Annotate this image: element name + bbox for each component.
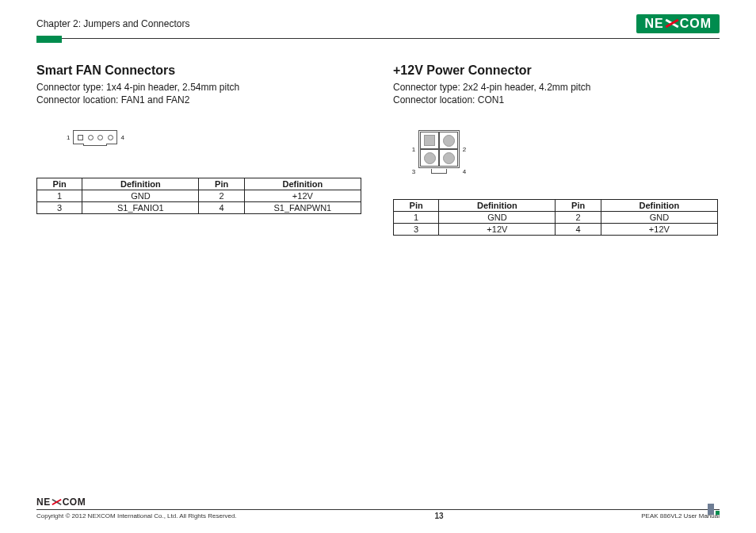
fan-cell: 4 (199, 202, 244, 214)
power-cell-icon (420, 132, 439, 149)
power-cell: 1 (394, 212, 439, 224)
copyright-text: Copyright © 2012 NEXCOM International Co… (36, 512, 237, 520)
power-connector-location: Connector location: CON1 (393, 94, 718, 106)
fan-cell: 1 (37, 190, 82, 202)
power-pin-table: Pin Definition Pin Definition 1 GND 2 GN… (393, 199, 718, 236)
fan-pin-table: Pin Definition Pin Definition 1 GND 2 +1… (36, 178, 361, 214)
power-cell: GND (439, 212, 556, 224)
fan-cell: S1_FANPWN1 (244, 202, 361, 214)
fan-th-def-a: Definition (82, 178, 199, 190)
power-th-pin-a: Pin (394, 200, 439, 212)
table-row: 3 +12V 4 +12V (394, 224, 718, 236)
chapter-title: Chapter 2: Jumpers and Connectors (36, 18, 189, 29)
section-title-fan: Smart FAN Connectors (36, 63, 361, 78)
table-row: 1 GND 2 GND (394, 212, 718, 224)
logo-x-icon (665, 18, 679, 29)
table-row: 1 GND 2 +12V (37, 190, 361, 202)
footer-logo-x-icon (52, 498, 62, 506)
fan-cell: S1_FANIO1 (82, 202, 199, 214)
section-title-power: +12V Power Connector (393, 63, 718, 78)
table-row: 3 S1_FANIO1 4 S1_FANPWN1 (37, 202, 361, 214)
fan-pin4-label: 4 (120, 134, 124, 141)
footer-logo-ne: NE (36, 497, 51, 508)
fan-body-icon (73, 130, 117, 144)
power-notch-icon (431, 169, 447, 174)
power-pin2-label: 2 (460, 146, 469, 153)
nexcom-logo: NE COM (636, 14, 720, 33)
footer-accent-icon (708, 504, 720, 515)
footer-nexcom-logo: NE COM (36, 497, 720, 508)
fan-connector-type: Connector type: 1x4 4-pin header, 2.54mm… (36, 81, 361, 94)
power-th-pin-b: Pin (556, 200, 601, 212)
fan-cell: 3 (37, 202, 82, 214)
fan-cell: GND (82, 190, 199, 202)
accent-bar (36, 36, 62, 43)
footer-rule (36, 509, 720, 510)
power-cell-icon (439, 149, 458, 167)
fan-th-pin-a: Pin (37, 178, 82, 190)
fan-th-pin-b: Pin (199, 178, 244, 190)
power-connector-type: Connector type: 2x2 4-pin header, 4.2mm … (393, 81, 718, 94)
power-pin1-label: 1 (409, 146, 418, 153)
power-cell: 3 (394, 224, 439, 236)
power-cell-icon (439, 132, 458, 149)
power-cell: 4 (556, 224, 601, 236)
power-pin4-label: 4 (460, 168, 469, 175)
power-pin3-label: 3 (409, 168, 418, 175)
power-cell-icon (420, 149, 439, 167)
power-th-def-b: Definition (601, 200, 717, 212)
fan-connector-location: Connector location: FAN1 and FAN2 (36, 94, 361, 106)
fan-th-def-b: Definition (244, 178, 361, 190)
fan-pin1-label: 1 (67, 134, 70, 141)
logo-com: COM (680, 17, 712, 31)
power-cell: +12V (601, 224, 717, 236)
power-cell: GND (601, 212, 717, 224)
section-smart-fan: Smart FAN Connectors Connector type: 1x4… (36, 63, 361, 236)
header-rule (36, 38, 720, 39)
section-12v-power: +12V Power Connector Connector type: 2x2… (393, 63, 718, 236)
power-th-def-a: Definition (439, 200, 556, 212)
footer-logo-com: COM (63, 497, 86, 508)
power-cell: +12V (439, 224, 556, 236)
fan-cell: 2 (199, 190, 244, 202)
fan-connector-diagram: 1 4 (67, 130, 361, 144)
fan-cell: +12V (244, 190, 361, 202)
logo-ne: NE (644, 17, 663, 31)
power-connector-diagram: 1 2 3 4 (409, 130, 718, 175)
page-number: 13 (434, 512, 443, 520)
power-cell: 2 (556, 212, 601, 224)
